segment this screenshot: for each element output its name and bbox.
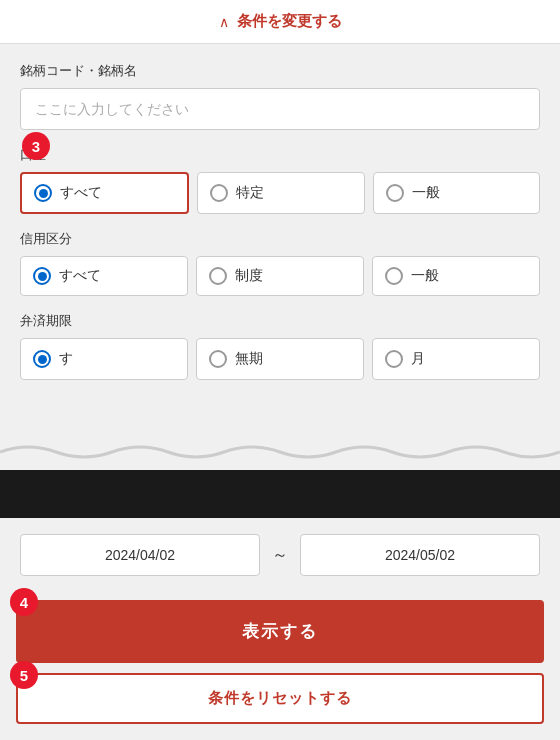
credit-section: 信用区分 すべて 制度 一般 — [20, 230, 540, 296]
radio-circle-credit-general — [385, 267, 403, 285]
radio-circle-all — [34, 184, 52, 202]
reset-button-container: 5 条件をリセットする — [16, 673, 544, 724]
badge-4: 4 — [10, 588, 38, 616]
payment-option-all-label: す — [59, 350, 73, 368]
account-radio-group: すべて 特定 一般 — [20, 172, 540, 214]
page-container: ∧ 条件を変更する 銘柄コード・銘柄名 口座 3 すべて 特定 — [0, 0, 560, 740]
credit-option-general-label: 一般 — [411, 267, 439, 285]
payment-option-month-label: 月 — [411, 350, 425, 368]
radio-circle-credit-all — [33, 267, 51, 285]
radio-circle-specific — [210, 184, 228, 202]
payment-option-mugo-label: 無期 — [235, 350, 263, 368]
account-option-specific[interactable]: 特定 — [197, 172, 364, 214]
account-option-general[interactable]: 一般 — [373, 172, 540, 214]
account-option-all-label: すべて — [60, 184, 102, 202]
payment-option-mugo[interactable]: 無期 — [196, 338, 364, 380]
black-bar — [0, 470, 560, 518]
payment-section: 弁済期限 す 無期 月 — [20, 312, 540, 380]
wavy-divider — [0, 434, 560, 470]
radio-circle-payment-mugo — [209, 350, 227, 368]
condition-header[interactable]: ∧ 条件を変更する — [0, 0, 560, 44]
radio-circle-credit-seido — [209, 267, 227, 285]
chevron-up-icon: ∧ — [219, 14, 229, 30]
credit-option-all[interactable]: すべて — [20, 256, 188, 296]
payment-option-all[interactable]: す — [20, 338, 188, 380]
credit-option-general[interactable]: 一般 — [372, 256, 540, 296]
account-section: 口座 3 すべて 特定 一般 — [20, 146, 540, 214]
radio-circle-general — [386, 184, 404, 202]
payment-option-month[interactable]: 月 — [372, 338, 540, 380]
stock-code-label: 銘柄コード・銘柄名 — [20, 62, 540, 80]
condition-header-title: 条件を変更する — [237, 12, 342, 31]
stock-code-section: 銘柄コード・銘柄名 — [20, 62, 540, 130]
account-option-general-label: 一般 — [412, 184, 440, 202]
badge-5: 5 — [10, 661, 38, 689]
payment-radio-group: す 無期 月 — [20, 338, 540, 380]
credit-radio-group: すべて 制度 一般 — [20, 256, 540, 296]
buttons-area: 4 表示する 5 条件をリセットする — [0, 592, 560, 740]
account-option-all[interactable]: すべて — [20, 172, 189, 214]
radio-circle-payment-all — [33, 350, 51, 368]
date-from-input[interactable] — [20, 534, 260, 576]
radio-circle-payment-month — [385, 350, 403, 368]
credit-label: 信用区分 — [20, 230, 540, 248]
credit-option-all-label: すべて — [59, 267, 101, 285]
date-to-input[interactable] — [300, 534, 540, 576]
display-button-container: 4 表示する — [16, 600, 544, 663]
date-separator: ～ — [268, 545, 292, 566]
date-range-area: ～ — [0, 518, 560, 592]
reset-button[interactable]: 条件をリセットする — [16, 673, 544, 724]
account-option-specific-label: 特定 — [236, 184, 264, 202]
display-button[interactable]: 表示する — [16, 600, 544, 663]
credit-option-seido[interactable]: 制度 — [196, 256, 364, 296]
badge-3: 3 — [22, 132, 50, 160]
account-label: 口座 — [20, 146, 540, 164]
stock-code-input[interactable] — [20, 88, 540, 130]
form-area: 銘柄コード・銘柄名 口座 3 すべて 特定 一般 — [0, 44, 560, 438]
credit-option-seido-label: 制度 — [235, 267, 263, 285]
payment-label: 弁済期限 — [20, 312, 540, 330]
